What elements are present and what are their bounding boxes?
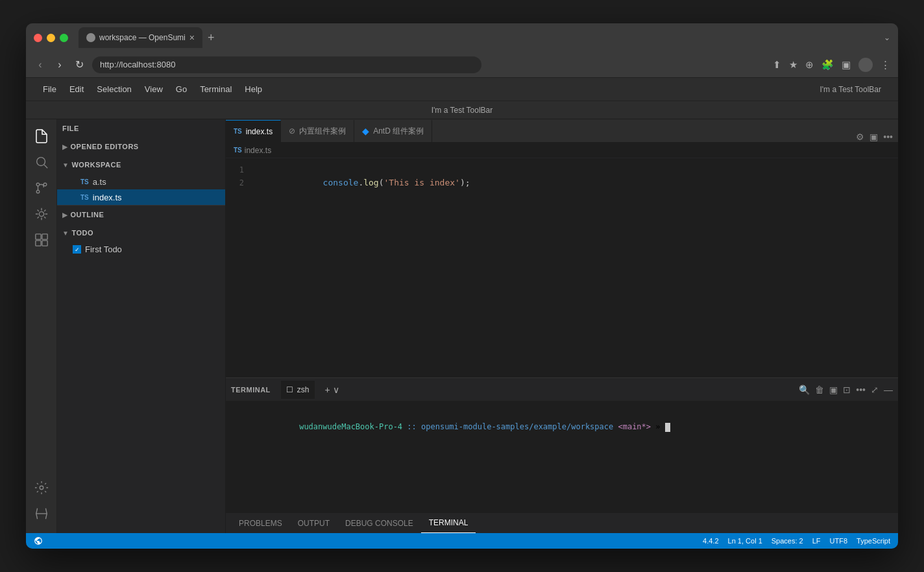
browser-tab-title: workspace — OpenSumi [99,33,186,42]
terminal-area: TERMINAL ☐ zsh + ∨ 🔍 🗑 ▣ [226,377,898,533]
menu-item-file[interactable]: File [36,82,63,97]
reload-button[interactable]: ↻ [73,58,86,71]
ts-file-icon-active: TS [80,194,89,201]
todo-item-label: First Todo [85,244,122,254]
browser-titlebar: workspace — OpenSumi × + ⌄ [26,23,898,52]
file-item-index-ts[interactable]: TS index.ts [57,189,225,205]
terminal-search-icon[interactable]: 🔍 [799,385,810,395]
file-section-header[interactable]: FILE [57,119,225,137]
browser-tab-active[interactable]: workspace — OpenSumi × [79,27,202,48]
source-control-icon[interactable] [30,176,53,200]
menu-item-go[interactable]: Go [169,82,193,97]
address-bar: ‹ › ↻ ⬆ ★ ⊕ 🧩 ▣ ⋮ [26,52,898,78]
main-area: FILE ▶ OPENED EDITORS ▼ WORKSPACE TS a.t… [26,119,898,533]
terminal-shell-tab[interactable]: ☐ zsh [281,381,315,399]
tab-index-ts[interactable]: TS index.ts [226,120,281,142]
terminal-shell-label: zsh [297,385,310,394]
extensions-icon[interactable]: 🧩 [821,59,834,71]
tab-antd-components[interactable]: ◆ AntD 组件案例 [354,120,432,142]
share-icon[interactable]: ⬆ [773,59,781,71]
profile-icon[interactable] [858,58,873,72]
back-button[interactable]: ‹ [34,59,47,71]
tab-favicon [86,33,95,42]
test-toolbar-label: I'm a Test ToolBar [432,106,493,115]
terminal-more-icon[interactable]: ••• [856,385,866,395]
settings-icon[interactable] [30,476,53,499]
breadcrumb: TS index.ts [226,143,898,158]
menu-item-terminal[interactable]: Terminal [193,82,238,97]
outline-header[interactable]: ▶ OUTLINE [57,206,225,224]
translate-icon[interactable]: ⊕ [805,59,814,71]
svg-line-1 [44,165,47,168]
minimize-button[interactable] [47,34,55,42]
status-encoding[interactable]: LF [812,537,821,545]
status-language[interactable]: TypeScript [857,537,890,545]
todo-label: TODO [71,229,93,237]
browser-tab-close[interactable]: × [189,32,195,43]
status-remote[interactable] [34,536,43,545]
status-version: 4.4.2 [703,537,718,545]
bottom-tab-output[interactable]: OUTPUT [290,513,337,534]
terminal-split-icon[interactable]: ▣ [829,385,838,395]
todo-item-first[interactable]: ✓ First Todo [57,242,225,257]
method-log: log [363,178,378,187]
terminal-shell-icon: ☐ [286,385,293,394]
code-line-1: console.log('This is index'); [252,163,898,176]
bookmark-icon[interactable]: ★ [789,59,797,71]
todo-header[interactable]: ▼ TODO [57,224,225,242]
breadcrumb-label: index.ts [245,146,271,155]
workspace-header[interactable]: ▼ WORKSPACE [57,156,225,174]
close-button[interactable] [34,34,42,42]
debug-icon[interactable] [30,202,53,226]
terminal-tab-label[interactable]: TERMINAL [231,386,271,394]
status-spaces[interactable]: Spaces: 2 [772,537,803,545]
bottom-tab-terminal[interactable]: TERMINAL [421,513,476,534]
maximize-button[interactable] [60,34,68,42]
terminal-user: wudanwudeMacBook-Pro-4 [299,422,402,431]
search-icon[interactable] [30,150,53,174]
new-tab-button[interactable]: + [205,31,217,45]
forward-button[interactable]: › [53,59,66,71]
menu-item-help[interactable]: Help [238,82,269,97]
splitview-icon[interactable]: ▣ [842,59,851,71]
more-actions-icon[interactable]: ••• [883,132,893,142]
terminal-dropdown-icon[interactable]: ∨ [333,385,339,395]
extensions-icon[interactable] [30,228,53,252]
terminal-trash-icon[interactable]: 🗑 [815,385,824,395]
todo-chevron: ▼ [62,230,69,237]
editor-content[interactable]: 1 2 console.log('This is index'); [226,158,898,377]
terminal-content[interactable]: wudanwudeMacBook-Pro-4 :: opensumi-modul… [226,401,898,512]
terminal-tabs: TERMINAL ☐ zsh + ∨ 🔍 🗑 ▣ [226,378,898,401]
terminal-expand-icon[interactable]: ⤢ [871,385,879,395]
remote-icon[interactable] [30,502,53,525]
url-input[interactable] [92,56,481,73]
menubar-right-label: I'm a Test ToolBar [813,82,888,97]
editor-area: TS index.ts ⊘ 内置组件案例 ◆ AntD 组件案例 ⚙ ▣ • [226,119,898,533]
menu-item-selection[interactable]: Selection [90,82,138,97]
bottom-tab-debug-console[interactable]: DEBUG CONSOLE [337,513,421,534]
browser-window: workspace — OpenSumi × + ⌄ ‹ › ↻ ⬆ ★ ⊕ 🧩… [26,23,898,549]
files-icon[interactable] [30,125,53,148]
terminal-kill-icon[interactable]: ⊡ [843,385,851,395]
todo-checkbox[interactable]: ✓ [73,245,81,254]
menu-item-edit[interactable]: Edit [63,82,90,97]
status-charset[interactable]: UTF8 [830,537,848,545]
terminal-add-button[interactable]: + ∨ [325,385,339,395]
bottom-tab-problems[interactable]: PROBLEMS [231,513,290,534]
more-icon[interactable]: ⋮ [881,59,890,71]
file-item-a-ts[interactable]: TS a.ts [57,174,225,189]
tab-builtin-components[interactable]: ⊘ 内置组件案例 [281,120,354,142]
status-right: 4.4.2 Ln 1, Col 1 Spaces: 2 LF UTF8 Type… [703,537,890,545]
svg-point-4 [36,190,40,193]
terminal-branch: <main*> [618,422,651,431]
code-lines: console.log('This is index'); [252,163,898,372]
split-editor-icon[interactable]: ⚙ [856,132,864,142]
tab-label-builtin: 内置组件案例 [299,126,346,137]
opened-editors-header[interactable]: ▶ OPENED EDITORS [57,137,225,156]
terminal-minimize-icon[interactable]: — [884,385,893,395]
menu-item-view[interactable]: View [138,82,169,97]
status-position[interactable]: Ln 1, Col 1 [728,537,762,545]
chevron-down-icon[interactable]: ⌄ [884,33,890,42]
svg-point-10 [40,486,43,490]
editor-layout-icon[interactable]: ▣ [869,132,878,142]
